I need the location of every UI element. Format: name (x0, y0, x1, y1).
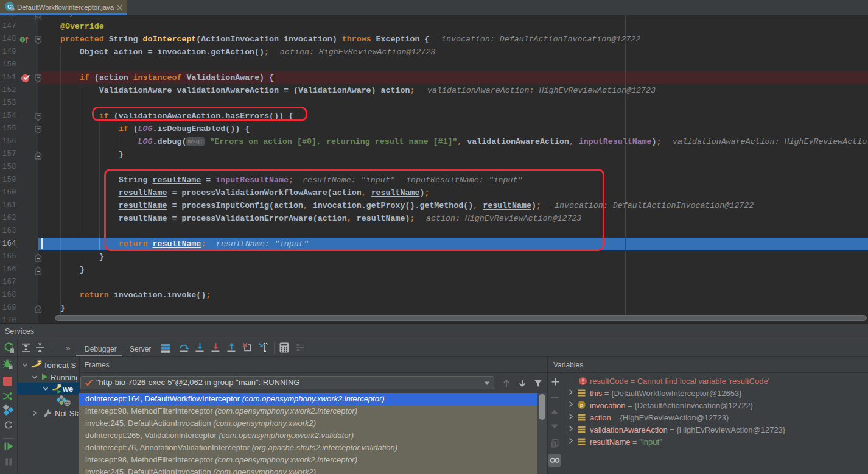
svg-text:p: p (580, 402, 584, 408)
